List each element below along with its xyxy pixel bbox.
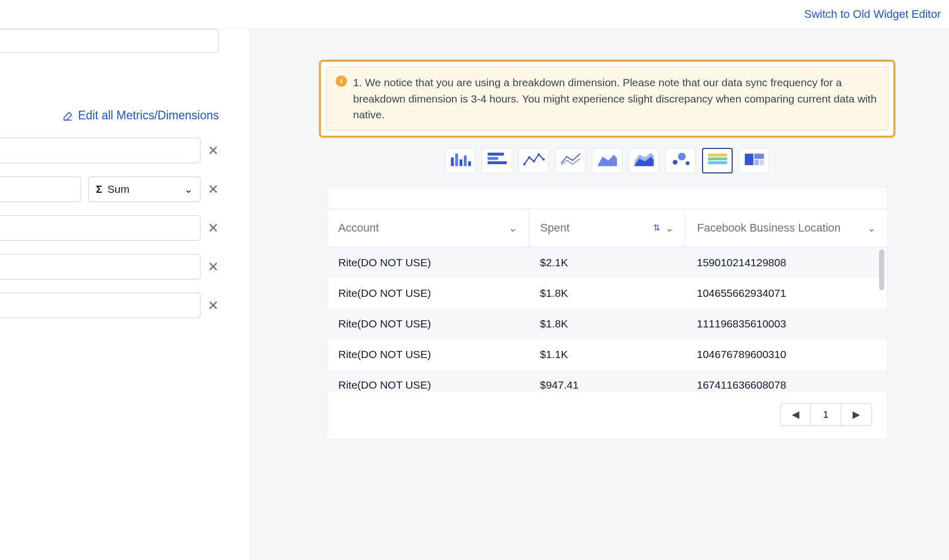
svg-rect-16 <box>708 154 727 157</box>
column-header[interactable]: Account⌄ <box>327 209 529 247</box>
cell-spent: $1.1K <box>529 339 685 370</box>
remove-field-button[interactable]: ✕ <box>208 144 219 157</box>
warning-banner: i 1. We notice that you are using a brea… <box>319 60 895 138</box>
pager-prev-button[interactable]: ◀ <box>780 403 811 426</box>
chart-type-area[interactable] <box>592 148 622 173</box>
cell-spent: $2.1K <box>529 247 685 278</box>
column-header[interactable]: Spent⇅⌄ <box>529 209 685 247</box>
remove-field-button[interactable]: ✕ <box>208 221 219 235</box>
table-row: Rite(DO NOT USE)$1.8K104655662934071 <box>327 278 887 309</box>
cell-account: Rite(DO NOT USE) <box>327 370 529 392</box>
bar-horizontal-icon <box>486 150 509 170</box>
column-label: Spent <box>540 221 570 235</box>
svg-rect-22 <box>759 160 763 165</box>
remove-field-button[interactable]: ✕ <box>208 183 219 196</box>
cell-location: 104676789600310 <box>686 339 887 370</box>
column-label: Facebook Business Location <box>697 221 840 235</box>
area-stacked-icon <box>633 150 656 170</box>
table-icon <box>706 150 729 170</box>
pagination: ◀ 1 ▶ <box>327 392 887 439</box>
sigma-icon: Σ <box>96 183 103 195</box>
cell-location: 111196835610003 <box>686 309 887 339</box>
chart-type-bubble[interactable] <box>665 148 696 173</box>
svg-point-12 <box>542 158 544 161</box>
edit-all-link[interactable]: Edit all Metrics/Dimensions <box>0 109 219 122</box>
svg-point-10 <box>533 160 535 163</box>
chart-type-multi-line[interactable] <box>555 148 586 173</box>
pager-next-button[interactable]: ▶ <box>841 403 872 426</box>
chevron-down-icon: ⌄ <box>665 222 674 234</box>
sidebar: Edit all Metrics/Dimensions ✕ ΣSum ⌄ ✕ <box>0 29 250 560</box>
scrollbar[interactable] <box>879 249 884 351</box>
svg-rect-3 <box>464 156 467 166</box>
table-row: Rite(DO NOT USE)$1.8K111196835610003 <box>327 309 887 339</box>
table-row: Rite(DO NOT USE)$947.41167411636608078 <box>327 370 887 392</box>
svg-rect-21 <box>754 160 758 165</box>
switch-editor-link[interactable]: Switch to Old Widget Editor <box>804 8 941 21</box>
cell-location: 104655662934071 <box>686 278 887 309</box>
chart-type-table[interactable] <box>702 148 733 173</box>
chart-type-line[interactable] <box>518 148 549 173</box>
table-row: Rite(DO NOT USE)$1.1K104676789600310 <box>327 339 887 370</box>
treemap-icon <box>743 150 766 170</box>
pencil-icon <box>63 111 73 121</box>
svg-rect-4 <box>468 161 471 166</box>
chart-type-toolbar <box>311 148 903 173</box>
column-header[interactable]: Facebook Business Location⌄ <box>686 209 887 247</box>
svg-rect-6 <box>487 157 498 160</box>
chart-type-bar-horizontal[interactable] <box>482 148 512 173</box>
metric-field[interactable] <box>0 293 201 318</box>
svg-point-14 <box>678 152 685 160</box>
svg-rect-18 <box>708 161 727 164</box>
chart-type-area-stacked[interactable] <box>629 148 659 173</box>
cell-account: Rite(DO NOT USE) <box>327 339 529 370</box>
bubble-icon <box>669 150 692 170</box>
table-row: Rite(DO NOT USE)$2.1K159010214129808 <box>327 247 887 278</box>
multi-line-icon <box>559 150 582 170</box>
pager-page-number: 1 <box>811 403 841 426</box>
svg-rect-0 <box>451 158 454 166</box>
info-icon: i <box>336 75 347 87</box>
remove-field-button[interactable]: ✕ <box>208 260 219 273</box>
svg-rect-17 <box>708 158 727 161</box>
area-icon <box>596 150 619 170</box>
aggregation-select[interactable]: ΣSum ⌄ <box>88 176 201 202</box>
field-input[interactable] <box>0 29 219 53</box>
chevron-down-icon: ⌄ <box>509 222 517 234</box>
svg-rect-1 <box>455 154 458 166</box>
cell-location: 167411636608078 <box>686 370 887 392</box>
edit-all-label: Edit all Metrics/Dimensions <box>78 109 219 122</box>
line-icon <box>522 150 545 170</box>
svg-rect-5 <box>487 152 504 156</box>
aggregation-label: Sum <box>108 183 130 195</box>
metric-field[interactable] <box>0 138 201 163</box>
table-card: Account⌄Spent⇅⌄Facebook Business Locatio… <box>327 188 888 440</box>
cell-account: Rite(DO NOT USE) <box>327 247 529 278</box>
svg-rect-2 <box>459 160 462 166</box>
preview-canvas: i 1. We notice that you are using a brea… <box>250 29 949 560</box>
cell-location: 159010214129808 <box>686 247 887 278</box>
cell-spent: $947.41 <box>529 370 685 392</box>
cell-spent: $1.8K <box>529 309 685 339</box>
sort-icon: ⇅ <box>653 222 660 233</box>
svg-point-15 <box>685 161 689 165</box>
remove-field-button[interactable]: ✕ <box>208 299 219 312</box>
cell-account: Rite(DO NOT USE) <box>327 309 529 339</box>
svg-point-11 <box>537 154 540 156</box>
chevron-down-icon: ⌄ <box>184 183 193 195</box>
warning-text: 1. We notice that you are using a breakd… <box>353 74 879 123</box>
svg-point-13 <box>672 160 677 164</box>
metric-field[interactable] <box>0 254 201 279</box>
svg-point-8 <box>523 163 526 166</box>
cell-spent: $1.8K <box>529 278 685 309</box>
chart-type-column[interactable] <box>445 148 476 173</box>
svg-rect-19 <box>744 154 753 165</box>
cell-account: Rite(DO NOT USE) <box>327 278 529 309</box>
chevron-down-icon: ⌄ <box>867 222 876 234</box>
svg-rect-7 <box>487 161 507 164</box>
column-label: Account <box>338 221 379 235</box>
column-icon <box>449 150 472 170</box>
metric-field[interactable] <box>0 215 201 241</box>
chart-type-treemap[interactable] <box>739 148 769 173</box>
metric-field[interactable] <box>0 176 81 202</box>
